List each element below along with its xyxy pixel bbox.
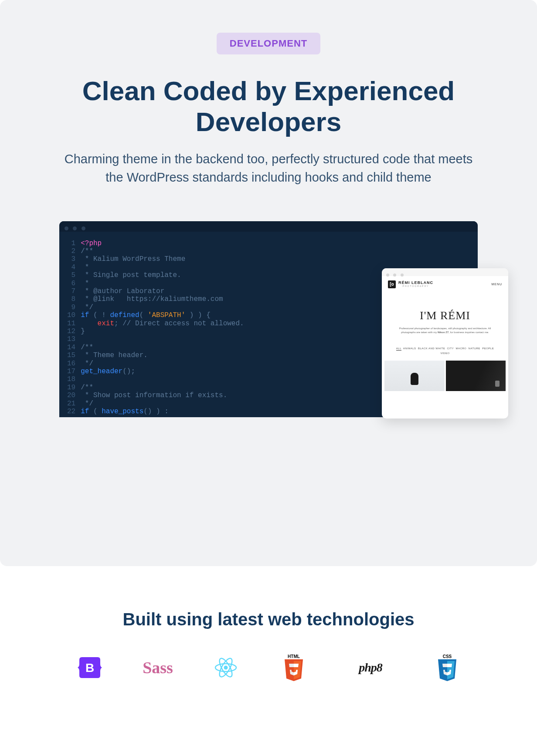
preview-hero-subtitle: Professional photographer of landscapes,… (391, 327, 500, 335)
preview-menu-label: MENU (491, 283, 502, 286)
editor-window-chrome (59, 221, 478, 232)
preview-hero-title: I'M RÉMI (391, 309, 500, 322)
logo-mark-icon: [o (388, 280, 396, 288)
technologies-row: B Sass HTML (0, 655, 537, 681)
preview-thumb (384, 361, 445, 391)
svg-text:B: B (85, 661, 94, 675)
bootstrap-icon: B (75, 655, 105, 681)
svg-text:HTML: HTML (288, 654, 300, 659)
preview-logo: [o RÉMI LEBLANC PHOTOGRAPHY (388, 280, 433, 288)
code-content: <?php /** * Kalium WordPress Theme * * S… (81, 240, 244, 416)
preview-site-name: RÉMI LEBLANC (398, 281, 433, 285)
preview-site-tagline: PHOTOGRAPHY (398, 285, 433, 287)
html5-icon: HTML (279, 655, 309, 681)
section-subtitle: Charming theme in the backend too, perfe… (55, 150, 482, 186)
browser-window-chrome (382, 268, 508, 276)
preview-gallery (382, 358, 508, 391)
sass-icon: Sass (143, 655, 173, 681)
window-dot (401, 273, 404, 277)
php8-icon: php8 (347, 655, 394, 681)
svg-text:CSS: CSS (443, 654, 452, 659)
window-dot (393, 273, 396, 277)
preview-thumb (446, 361, 506, 391)
react-icon (211, 655, 241, 681)
technologies-title: Built using latest web technologies (0, 610, 537, 629)
svg-point-4 (224, 666, 228, 670)
line-numbers: 12345678910111213141516171819202122 (59, 240, 81, 416)
preview-hero: I'M RÉMI Professional photographer of la… (382, 293, 508, 341)
site-preview: [o RÉMI LEBLANC PHOTOGRAPHY MENU I'M RÉM… (382, 268, 508, 418)
window-dot (65, 226, 68, 230)
window-dot (82, 226, 85, 230)
category-badge: DEVELOPMENT (217, 33, 320, 54)
code-preview: 12345678910111213141516171819202122 <?ph… (59, 221, 478, 417)
preview-header: [o RÉMI LEBLANC PHOTOGRAPHY MENU (382, 276, 508, 293)
technologies-section: Built using latest web technologies B Sa… (0, 610, 537, 681)
preview-categories: ALL ANIMALS BLACK AND WHITE CITY MACRO N… (382, 341, 508, 358)
section-title: Clean Coded by Experienced Developers (72, 75, 465, 138)
css3-icon: CSS (432, 655, 462, 681)
feature-panel: DEVELOPMENT Clean Coded by Experienced D… (0, 0, 537, 566)
window-dot (73, 226, 77, 230)
window-dot (386, 273, 389, 277)
